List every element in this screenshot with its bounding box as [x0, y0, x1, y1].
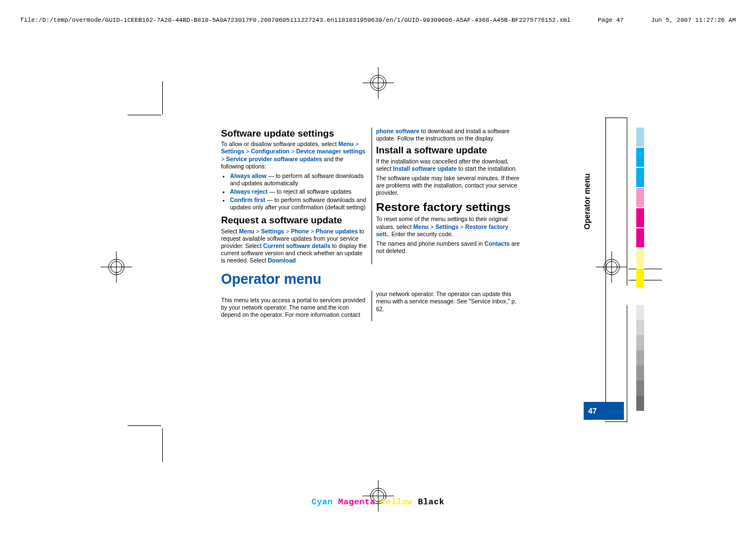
body-text: your network operator. The operator can … [376, 291, 522, 312]
page: file:/D:/temp/overmode/GUID-1CEEB162-7A2… [0, 0, 756, 534]
gray-swatch [636, 350, 644, 366]
yellow-label: Yellow [381, 498, 412, 507]
list-item: Always reject — to reject all software u… [230, 188, 367, 195]
color-swatch [636, 228, 644, 247]
heading-operator-menu: Operator menu [221, 271, 522, 287]
color-swatch [636, 269, 644, 288]
gray-swatch [636, 305, 644, 320]
heading-software-update-settings: Software update settings [221, 128, 367, 139]
heading-install-software-update: Install a software update [376, 144, 522, 156]
registration-mark-icon [363, 67, 394, 99]
body-text: To reset some of the menu settings to th… [376, 216, 522, 237]
trim-rule [605, 421, 627, 422]
trim-rule [627, 305, 627, 423]
registration-mark-icon [101, 251, 132, 283]
color-swatch [636, 208, 644, 227]
body-text: The software update may take several min… [376, 175, 522, 196]
color-swatch [636, 188, 644, 207]
cyan-label: Cyan [312, 498, 333, 507]
color-swatch [636, 249, 644, 268]
body-text: phone software to download and install a… [376, 128, 522, 142]
grayscale-calibration-bars [636, 305, 644, 411]
gray-swatch [636, 320, 644, 335]
magenta-label: Magenta [338, 498, 375, 507]
color-calibration-bars [636, 128, 644, 289]
header-timestamp: Jun 5, 2007 11:27:26 AM [651, 17, 736, 24]
bullet-list: Always allow — to perform all software d… [221, 172, 367, 212]
body-text: To allow or disallow software updates, s… [221, 140, 367, 170]
trim-rule [605, 118, 606, 420]
cmyk-label: Cyan Magenta Yellow Black [312, 498, 445, 507]
body-text: This menu lets you access a portal to se… [221, 297, 367, 318]
list-item: Confirm first — to perform software down… [230, 196, 367, 211]
gray-swatch [636, 366, 644, 381]
trim-rule [627, 118, 627, 285]
header-filepath: file:/D:/temp/overmode/GUID-1CEEB162-7A2… [20, 17, 571, 24]
heading-request-software-update: Request a software update [221, 214, 367, 226]
trim-rule [628, 269, 662, 269]
crop-mark [128, 425, 161, 426]
body-text: Select Menu > Settings > Phone > Phone u… [221, 228, 367, 265]
color-swatch [636, 128, 644, 147]
page-number: 47 [584, 402, 624, 420]
color-swatch [636, 168, 644, 187]
two-column-body: This menu lets you access a portal to se… [221, 291, 522, 321]
crop-mark [162, 81, 163, 115]
header-page: Page 47 [598, 17, 623, 24]
heading-restore-factory-settings: Restore factory settings [376, 200, 522, 214]
body-text: The names and phone numbers saved in Con… [376, 240, 522, 255]
list-item: Always allow — to perform all software d… [230, 172, 367, 187]
trim-rule [628, 280, 662, 280]
trim-rule [605, 118, 627, 118]
page-header: file:/D:/temp/overmode/GUID-1CEEB162-7A2… [20, 17, 736, 24]
black-label: Black [418, 498, 445, 507]
two-column-body: Software update settings To allow or dis… [221, 128, 522, 264]
crop-mark [162, 428, 163, 462]
color-swatch [636, 148, 644, 167]
content-area: Software update settings To allow or dis… [221, 128, 522, 321]
gray-swatch [636, 396, 644, 411]
side-tab-label: Operator menu [583, 129, 591, 229]
gray-swatch [636, 381, 644, 396]
gray-swatch [636, 335, 644, 350]
body-text: If the installation was cancelled after … [376, 158, 522, 172]
registration-mark-icon [596, 251, 627, 283]
crop-mark [128, 115, 161, 115]
